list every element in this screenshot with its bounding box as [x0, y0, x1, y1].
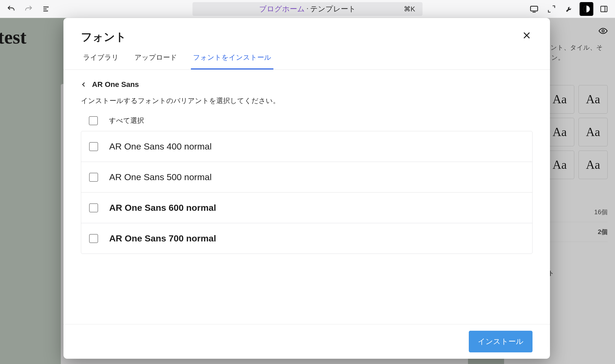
- variant-label: AR One Sans 700 normal: [109, 233, 216, 244]
- redo-button[interactable]: [22, 2, 35, 16]
- svg-rect-3: [531, 6, 538, 11]
- undo-button[interactable]: [4, 2, 18, 16]
- variant-row[interactable]: AR One Sans 600 normal: [81, 193, 532, 223]
- doc-title-sep: ·: [306, 4, 309, 14]
- view-button[interactable]: [527, 2, 541, 16]
- modal-tabs: ライブラリ アップロード フォントをインストール: [63, 44, 550, 70]
- select-all-label: すべて選択: [109, 116, 144, 125]
- editor-topbar: ブログホーム · テンプレート ⌘K: [0, 0, 615, 18]
- variant-checkbox[interactable]: [89, 173, 98, 182]
- variant-label: AR One Sans 400 normal: [109, 141, 212, 152]
- variant-checkbox[interactable]: [89, 203, 98, 212]
- variant-checkbox[interactable]: [89, 234, 98, 243]
- variant-checkbox[interactable]: [89, 142, 98, 151]
- instruction-text: インストールするフォントのバリアントを選択してください。: [81, 96, 533, 105]
- font-family-name: AR One Sans: [92, 80, 139, 89]
- styles-button[interactable]: [580, 2, 593, 16]
- doc-title-template: テンプレート: [310, 4, 356, 14]
- font-modal: フォント ライブラリ アップロード フォントをインストール AR One San…: [63, 18, 550, 359]
- variant-list: AR One Sans 400 normal AR One Sans 500 n…: [81, 131, 533, 254]
- chevron-left-icon: [81, 82, 87, 87]
- settings-panel-button[interactable]: [597, 2, 611, 16]
- doc-title-link[interactable]: ブログホーム: [259, 4, 305, 14]
- select-all-row[interactable]: すべて選択: [81, 116, 533, 131]
- close-button[interactable]: [521, 30, 533, 41]
- variant-row[interactable]: AR One Sans 500 normal: [81, 162, 532, 193]
- zoom-out-button[interactable]: [545, 2, 558, 16]
- tab-install-fonts[interactable]: フォントをインストール: [191, 53, 273, 69]
- tools-button[interactable]: [562, 2, 576, 16]
- variant-row[interactable]: AR One Sans 400 normal: [81, 131, 532, 162]
- back-to-fonts[interactable]: AR One Sans: [81, 80, 533, 89]
- select-all-checkbox[interactable]: [89, 116, 98, 125]
- variant-label: AR One Sans 600 normal: [109, 203, 216, 213]
- variant-label: AR One Sans 500 normal: [109, 172, 212, 182]
- variant-row[interactable]: AR One Sans 700 normal: [81, 223, 532, 254]
- svg-rect-6: [601, 6, 607, 12]
- command-shortcut: ⌘K: [404, 5, 415, 13]
- document-overview-button[interactable]: [39, 2, 53, 16]
- modal-title: フォント: [81, 30, 126, 44]
- install-button[interactable]: インストール: [469, 331, 533, 352]
- tab-upload[interactable]: アップロード: [132, 53, 179, 69]
- document-title-bar[interactable]: ブログホーム · テンプレート ⌘K: [192, 2, 423, 16]
- tab-library[interactable]: ライブラリ: [81, 53, 121, 69]
